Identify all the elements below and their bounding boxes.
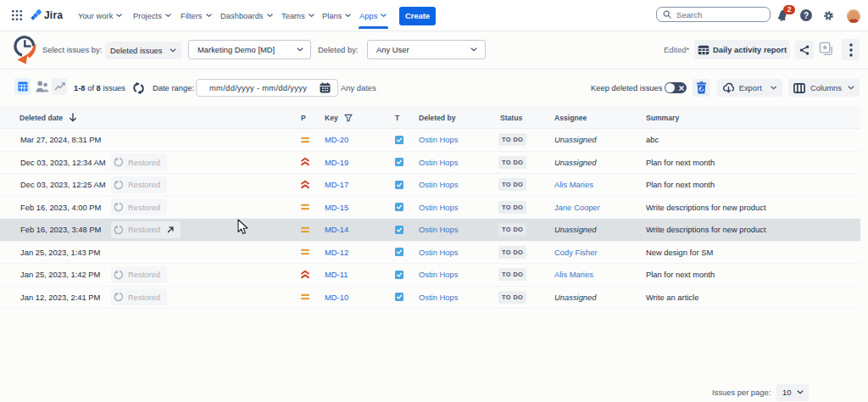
svg-text:?: ? — [804, 11, 809, 20]
svg-text:2: 2 — [787, 5, 792, 14]
